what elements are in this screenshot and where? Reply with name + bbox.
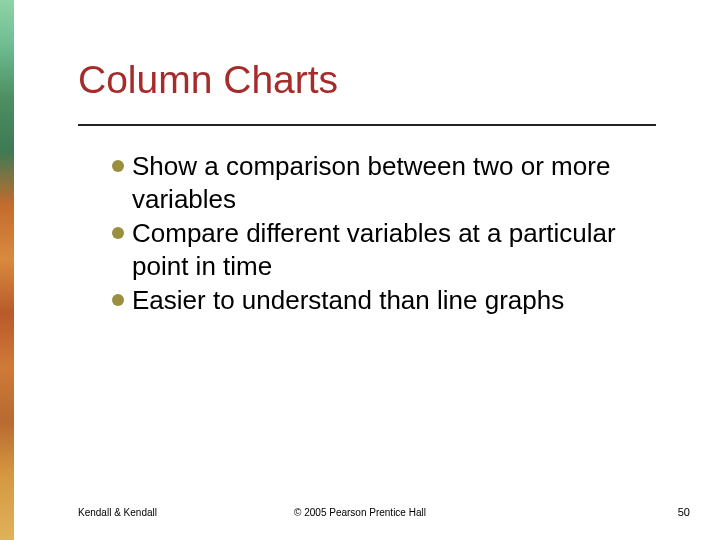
- bullet-icon: [112, 294, 124, 306]
- list-item: Show a comparison between two or more va…: [112, 150, 660, 215]
- list-item: Easier to understand than line graphs: [112, 284, 660, 317]
- decorative-side-strip: [0, 0, 14, 540]
- footer-copyright: © 2005 Pearson Prentice Hall: [0, 507, 720, 518]
- title-underline: [78, 124, 656, 126]
- bullet-text: Easier to understand than line graphs: [132, 284, 660, 317]
- footer-page-number: 50: [678, 506, 690, 518]
- bullet-text: Compare different variables at a particu…: [132, 217, 660, 282]
- bullet-icon: [112, 227, 124, 239]
- page-title: Column Charts: [78, 58, 338, 102]
- bullet-icon: [112, 160, 124, 172]
- list-item: Compare different variables at a particu…: [112, 217, 660, 282]
- bullet-text: Show a comparison between two or more va…: [132, 150, 660, 215]
- content-area: Show a comparison between two or more va…: [112, 150, 660, 319]
